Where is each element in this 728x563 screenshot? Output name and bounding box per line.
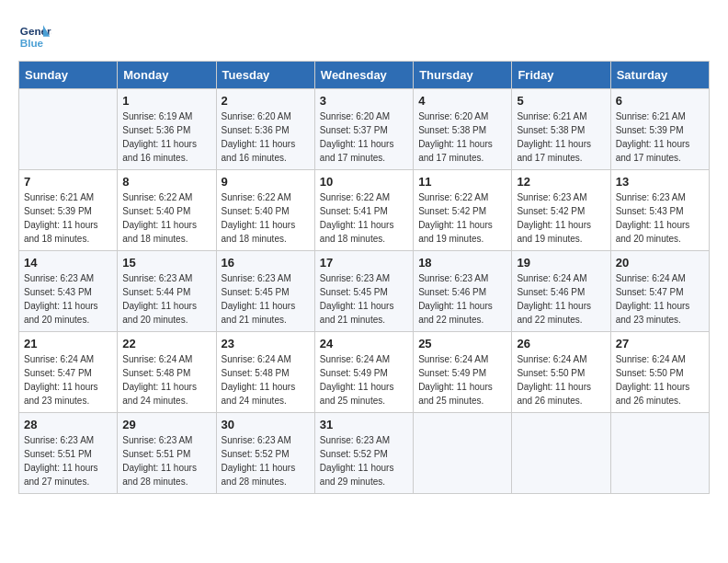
calendar-cell <box>414 413 512 494</box>
day-number: 16 <box>222 256 310 270</box>
cell-info: Sunrise: 6:23 AMSunset: 5:43 PMDaylight:… <box>24 271 112 327</box>
calendar-cell: 21Sunrise: 6:24 AMSunset: 5:47 PMDayligh… <box>19 332 118 413</box>
cell-info: Sunrise: 6:23 AMSunset: 5:52 PMDaylight:… <box>320 433 408 488</box>
cell-info: Sunrise: 6:22 AMSunset: 5:40 PMDaylight:… <box>122 190 210 246</box>
calendar-week-4: 21Sunrise: 6:24 AMSunset: 5:47 PMDayligh… <box>19 332 710 413</box>
cell-info: Sunrise: 6:23 AMSunset: 5:42 PMDaylight:… <box>517 190 605 246</box>
day-number: 31 <box>320 418 408 431</box>
calendar-cell: 11Sunrise: 6:22 AMSunset: 5:42 PMDayligh… <box>414 170 512 251</box>
cell-info: Sunrise: 6:23 AMSunset: 5:51 PMDaylight:… <box>24 433 112 488</box>
calendar-cell: 28Sunrise: 6:23 AMSunset: 5:51 PMDayligh… <box>19 413 118 494</box>
svg-text:Blue: Blue <box>20 37 44 49</box>
day-number: 25 <box>418 337 506 350</box>
header-cell-friday: Friday <box>512 62 610 89</box>
calendar-cell: 3Sunrise: 6:20 AMSunset: 5:37 PMDaylight… <box>314 89 413 170</box>
cell-info: Sunrise: 6:24 AMSunset: 5:50 PMDaylight:… <box>517 352 605 408</box>
cell-info: Sunrise: 6:24 AMSunset: 5:48 PMDaylight:… <box>222 352 310 408</box>
cell-info: Sunrise: 6:23 AMSunset: 5:52 PMDaylight:… <box>222 433 310 488</box>
day-number: 19 <box>517 256 605 270</box>
header-cell-tuesday: Tuesday <box>216 62 314 89</box>
calendar-cell: 20Sunrise: 6:24 AMSunset: 5:47 PMDayligh… <box>610 251 709 332</box>
calendar-cell: 2Sunrise: 6:20 AMSunset: 5:36 PMDaylight… <box>216 89 314 170</box>
day-number: 24 <box>320 337 408 350</box>
cell-info: Sunrise: 6:23 AMSunset: 5:43 PMDaylight:… <box>616 190 704 246</box>
calendar-cell: 31Sunrise: 6:23 AMSunset: 5:52 PMDayligh… <box>314 413 413 494</box>
calendar-cell: 7Sunrise: 6:21 AMSunset: 5:39 PMDaylight… <box>19 170 118 251</box>
day-number: 23 <box>222 337 310 350</box>
day-number: 20 <box>616 256 704 270</box>
cell-info: Sunrise: 6:24 AMSunset: 5:46 PMDaylight:… <box>517 271 605 327</box>
calendar-cell <box>610 413 709 494</box>
cell-info: Sunrise: 6:23 AMSunset: 5:44 PMDaylight:… <box>122 271 210 327</box>
cell-info: Sunrise: 6:20 AMSunset: 5:37 PMDaylight:… <box>320 109 408 165</box>
header-cell-saturday: Saturday <box>610 62 709 89</box>
calendar-cell: 4Sunrise: 6:20 AMSunset: 5:38 PMDaylight… <box>414 89 512 170</box>
cell-info: Sunrise: 6:21 AMSunset: 5:39 PMDaylight:… <box>24 190 112 246</box>
calendar-cell: 26Sunrise: 6:24 AMSunset: 5:50 PMDayligh… <box>512 332 610 413</box>
day-number: 1 <box>122 94 210 108</box>
day-number: 13 <box>616 175 704 189</box>
day-number: 21 <box>24 337 112 350</box>
calendar-week-3: 14Sunrise: 6:23 AMSunset: 5:43 PMDayligh… <box>19 251 710 332</box>
calendar-cell: 12Sunrise: 6:23 AMSunset: 5:42 PMDayligh… <box>512 170 610 251</box>
calendar-cell: 15Sunrise: 6:23 AMSunset: 5:44 PMDayligh… <box>118 251 216 332</box>
cell-info: Sunrise: 6:23 AMSunset: 5:46 PMDaylight:… <box>418 271 506 327</box>
day-number: 10 <box>320 175 408 189</box>
day-number: 3 <box>320 94 408 108</box>
calendar-cell: 19Sunrise: 6:24 AMSunset: 5:46 PMDayligh… <box>512 251 610 332</box>
cell-info: Sunrise: 6:24 AMSunset: 5:48 PMDaylight:… <box>122 352 210 408</box>
day-number: 5 <box>517 94 605 108</box>
day-number: 6 <box>616 94 704 108</box>
day-number: 18 <box>418 256 506 270</box>
page-header: General Blue <box>18 18 710 52</box>
header-cell-thursday: Thursday <box>414 62 512 89</box>
day-number: 28 <box>24 418 112 431</box>
cell-info: Sunrise: 6:23 AMSunset: 5:51 PMDaylight:… <box>122 433 210 488</box>
calendar-week-1: 1Sunrise: 6:19 AMSunset: 5:36 PMDaylight… <box>19 89 710 170</box>
calendar-cell <box>19 89 118 170</box>
day-number: 30 <box>222 418 310 431</box>
cell-info: Sunrise: 6:24 AMSunset: 5:47 PMDaylight:… <box>616 271 704 327</box>
calendar-week-2: 7Sunrise: 6:21 AMSunset: 5:39 PMDaylight… <box>19 170 710 251</box>
cell-info: Sunrise: 6:21 AMSunset: 5:39 PMDaylight:… <box>616 109 704 165</box>
calendar-cell: 14Sunrise: 6:23 AMSunset: 5:43 PMDayligh… <box>19 251 118 332</box>
day-number: 11 <box>418 175 506 189</box>
header-cell-monday: Monday <box>118 62 216 89</box>
calendar-table: SundayMondayTuesdayWednesdayThursdayFrid… <box>18 61 710 494</box>
calendar-cell: 27Sunrise: 6:24 AMSunset: 5:50 PMDayligh… <box>610 332 709 413</box>
cell-info: Sunrise: 6:22 AMSunset: 5:41 PMDaylight:… <box>320 190 408 246</box>
day-number: 26 <box>517 337 605 350</box>
day-number: 2 <box>222 94 310 108</box>
calendar-cell: 25Sunrise: 6:24 AMSunset: 5:49 PMDayligh… <box>414 332 512 413</box>
calendar-cell: 23Sunrise: 6:24 AMSunset: 5:48 PMDayligh… <box>216 332 314 413</box>
calendar-cell: 17Sunrise: 6:23 AMSunset: 5:45 PMDayligh… <box>314 251 413 332</box>
calendar-cell: 8Sunrise: 6:22 AMSunset: 5:40 PMDaylight… <box>118 170 216 251</box>
day-number: 4 <box>418 94 506 108</box>
cell-info: Sunrise: 6:19 AMSunset: 5:36 PMDaylight:… <box>122 109 210 165</box>
logo-icon: General Blue <box>18 18 51 52</box>
cell-info: Sunrise: 6:23 AMSunset: 5:45 PMDaylight:… <box>320 271 408 327</box>
day-number: 15 <box>122 256 210 270</box>
cell-info: Sunrise: 6:23 AMSunset: 5:45 PMDaylight:… <box>222 271 310 327</box>
day-number: 12 <box>517 175 605 189</box>
calendar-cell: 1Sunrise: 6:19 AMSunset: 5:36 PMDaylight… <box>118 89 216 170</box>
day-number: 22 <box>122 337 210 350</box>
calendar-cell: 29Sunrise: 6:23 AMSunset: 5:51 PMDayligh… <box>118 413 216 494</box>
cell-info: Sunrise: 6:22 AMSunset: 5:42 PMDaylight:… <box>418 190 506 246</box>
calendar-cell <box>512 413 610 494</box>
day-number: 27 <box>616 337 704 350</box>
day-number: 8 <box>122 175 210 189</box>
calendar-cell: 22Sunrise: 6:24 AMSunset: 5:48 PMDayligh… <box>118 332 216 413</box>
cell-info: Sunrise: 6:24 AMSunset: 5:47 PMDaylight:… <box>24 352 112 408</box>
day-number: 17 <box>320 256 408 270</box>
calendar-cell: 6Sunrise: 6:21 AMSunset: 5:39 PMDaylight… <box>610 89 709 170</box>
calendar-cell: 24Sunrise: 6:24 AMSunset: 5:49 PMDayligh… <box>314 332 413 413</box>
calendar-week-5: 28Sunrise: 6:23 AMSunset: 5:51 PMDayligh… <box>19 413 710 494</box>
calendar-header-row: SundayMondayTuesdayWednesdayThursdayFrid… <box>19 62 710 89</box>
header-cell-wednesday: Wednesday <box>314 62 413 89</box>
day-number: 7 <box>24 175 112 189</box>
cell-info: Sunrise: 6:24 AMSunset: 5:49 PMDaylight:… <box>418 352 506 408</box>
cell-info: Sunrise: 6:20 AMSunset: 5:38 PMDaylight:… <box>418 109 506 165</box>
header-cell-sunday: Sunday <box>19 62 118 89</box>
logo: General Blue <box>18 18 51 52</box>
